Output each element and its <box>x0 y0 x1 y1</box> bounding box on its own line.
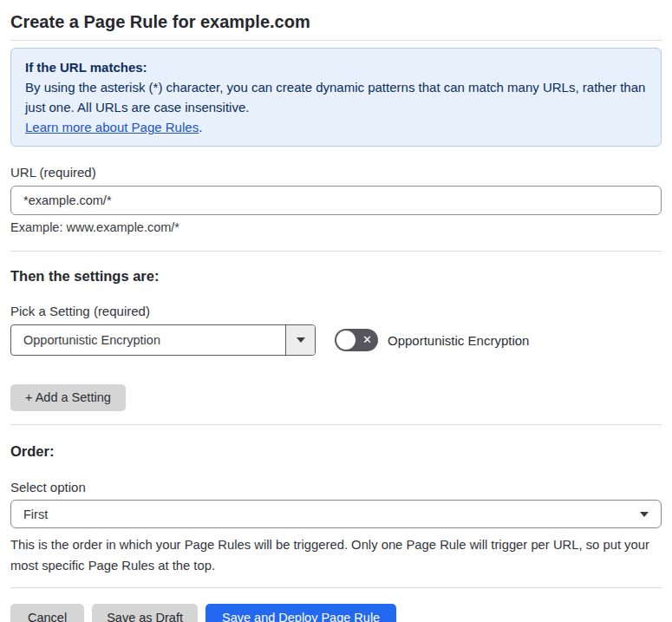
cancel-button[interactable]: Cancel <box>10 604 84 622</box>
toggle-off-x-icon: ✕ <box>362 334 372 345</box>
setting-dropdown[interactable]: Opportunistic Encryption <box>10 324 316 356</box>
order-description: This is the order in which your Page Rul… <box>10 534 652 576</box>
url-input[interactable] <box>10 186 662 215</box>
chevron-down-icon <box>640 512 649 517</box>
setting-dropdown-value: Opportunistic Encryption <box>11 333 285 347</box>
toggle-setting-label: Opportunistic Encryption <box>388 333 529 348</box>
save-as-draft-button[interactable]: Save as Draft <box>92 604 198 622</box>
setting-row: Opportunistic Encryption ✕ Opportunistic… <box>10 324 662 356</box>
setting-dropdown-arrow-button[interactable] <box>285 325 315 355</box>
add-setting-button[interactable]: + Add a Setting <box>10 384 126 411</box>
settings-section-heading: Then the settings are: <box>10 268 662 285</box>
order-select[interactable]: First <box>10 500 662 528</box>
pick-setting-label: Pick a Setting (required) <box>10 304 662 318</box>
learn-more-link[interactable]: Learn more about Page Rules <box>25 120 199 134</box>
order-select-value: First <box>11 507 48 521</box>
order-select-label: Select option <box>10 480 662 494</box>
url-section-divider <box>10 251 662 252</box>
title-divider <box>10 40 662 41</box>
url-example-hint: Example: www.example.com/* <box>10 220 662 234</box>
opportunistic-encryption-toggle[interactable]: ✕ <box>335 329 378 351</box>
chevron-down-icon <box>297 337 305 343</box>
footer-actions: Cancel Save as Draft Save and Deploy Pag… <box>10 604 662 622</box>
page-title: Create a Page Rule for example.com <box>10 0 662 32</box>
url-match-info-box: If the URL matches: By using the asteris… <box>10 48 662 147</box>
info-box-heading: If the URL matches: <box>25 57 647 77</box>
save-and-deploy-button[interactable]: Save and Deploy Page Rule <box>206 604 396 622</box>
order-section-heading: Order: <box>10 443 662 460</box>
footer-divider <box>10 587 662 588</box>
create-page-rule-panel: Create a Page Rule for example.com If th… <box>0 0 672 622</box>
info-box-link-line: Learn more about Page Rules. <box>25 117 647 137</box>
toggle-knob <box>336 331 356 350</box>
info-box-body: By using the asterisk (*) character, you… <box>25 77 647 117</box>
link-period: . <box>199 120 202 134</box>
settings-section-divider <box>10 424 662 425</box>
url-field-label: URL (required) <box>10 165 662 180</box>
